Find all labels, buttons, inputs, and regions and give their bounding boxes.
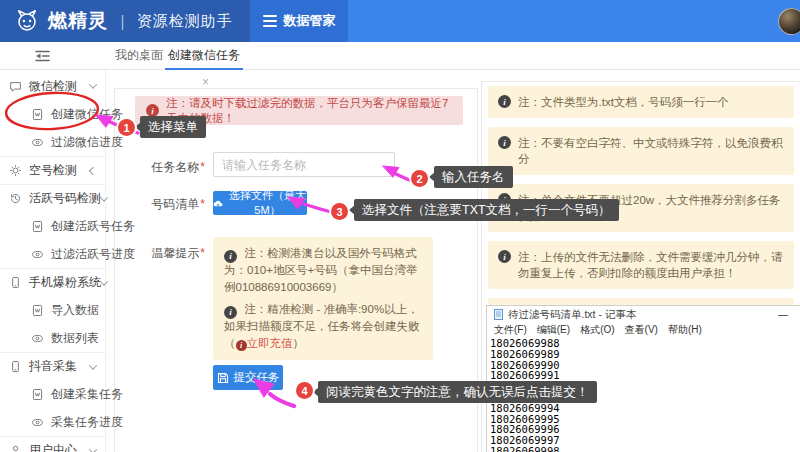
choose-file-button[interactable]: 选择文件（最大5M） [213,191,307,215]
tab-label: 我的桌面 [115,48,163,62]
minimize-icon[interactable]: — [778,309,788,320]
alert-text: 注：请及时下载过滤完的数据，平台只为客户保留最近7天内的数据！ [166,96,452,126]
sidebar-item-active-number-check[interactable]: 活跃号码检测 [0,184,105,212]
required-asterisk: * [200,197,205,211]
app-subtitle: 资源检测助手 [137,12,233,31]
phone-icon [9,360,22,373]
chevron-down-icon [100,277,108,285]
sidebar-item-create-wechat-task[interactable]: 创建微信任务 [0,100,105,128]
step-badge-2: 2 [411,170,428,187]
required-asterisk: * [200,246,205,260]
eye-icon [31,332,44,345]
menu-file[interactable]: 文件(F) [494,323,527,336]
menu-icon [263,12,277,30]
step-badge-4: 4 [296,382,313,399]
brand-name: 燃精灵 [48,8,108,34]
chat-icon [9,80,22,93]
phone-icon [9,276,22,289]
menu-view[interactable]: 查看(V) [625,323,658,336]
task-name-label: 任务名称* [115,159,205,176]
info-icon: i [224,250,237,263]
sidebar-item-wechat-filter-progress[interactable]: 过滤微信进度 [0,128,105,156]
gear-icon [9,164,22,177]
chevron-down-icon [100,193,108,201]
notepad-icon [494,309,503,320]
tab-close-icon[interactable]: × [202,75,209,89]
app-window: 燃精灵 ｜ 资源检测助手 数据管家 我的桌面 创建微信任务× [0,0,800,452]
sidebar-nav: 微信检测 创建微信任务 过滤微信进度 空号检测 活跃号码检测 创建活跃号任务 过… [0,70,106,452]
menu-format[interactable]: 格式(O) [580,323,614,336]
phone-number: 18026069989 [490,349,800,360]
sidebar-item-create-collect-task[interactable]: 创建采集任务 [0,380,105,408]
note-file-type: i 注：文件类型为.txt文档，号码须一行一个 [488,86,794,118]
chevron-down-icon [89,445,97,452]
tip-text: 注：检测港澳台以及国外号码格式为：010+地区号+号码（拿中国台湾举例01088… [224,247,418,293]
note-no-delete: i 注：上传的文件无法删除，文件需要缓冲几分钟，请勿重复上传，否则扣除的额度由用… [488,241,794,289]
brand-divider: ｜ [115,12,130,31]
phone-number: 18026069994 [490,403,800,414]
top-header: 燃精灵 ｜ 资源检测助手 数据管家 [0,0,800,42]
note-text: 注：不要有空白字符、中文或特殊字符，以免浪费积分 [518,135,784,167]
task-name-input[interactable] [213,152,395,177]
chevron-down-icon [89,80,97,88]
notepad-menubar: 文件(F) 编辑(E) 格式(O) 查看(V) 帮助(H) [487,323,800,336]
note-no-special-chars: i 注：不要有空白字符、中文或特殊字符，以免浪费积分 [488,127,794,175]
info-icon: i [498,136,511,149]
sidebar-item-phone-fans-system[interactable]: 手机爆粉系统 [0,268,105,296]
history-icon [9,192,22,205]
submit-label: 提交任务 [234,370,280,385]
save-icon [217,372,229,384]
step-tooltip-4: 阅读完黄色文字的注意，确认无误后点击提交！ [318,381,597,403]
info-icon: i [498,250,511,263]
notepad-titlebar: 待过滤号码清单.txt - 记事本 — □ [487,306,800,323]
choose-file-label: 选择文件（最大5M） [228,188,307,218]
sidebar-collapse-icon[interactable] [34,49,51,63]
phone-list-label: 号码清单* [115,196,205,213]
note-text: 注：上传的文件无法删除，文件需要缓冲几分钟，请勿重复上传，否则扣除的额度由用户承… [518,249,784,281]
data-manager-button[interactable]: 数据管家 [250,0,348,42]
tab-label: 创建微信任务 [168,48,240,62]
document-icon [31,388,44,401]
note-text: 注：文件类型为.txt文档，号码须一行一个 [518,94,729,110]
eye-icon [31,136,44,149]
upload-cloud-icon [213,198,223,209]
submit-task-button[interactable]: 提交任务 [213,365,283,390]
tab-my-desktop[interactable]: 我的桌面 [115,42,163,70]
step-tooltip-1: 选择菜单 [140,116,206,138]
sidebar-item-data-list[interactable]: 数据列表 [0,324,105,352]
document-icon [31,108,44,121]
tip-text: ） [293,337,305,349]
step-tooltip-3: 选择文件（注意要TXT文档，一行一个号码） [354,199,619,221]
menu-help[interactable]: 帮助(H) [668,323,702,336]
eye-icon [31,416,44,429]
recharge-link[interactable]: 立即充值 [247,337,293,349]
tab-create-wechat-task[interactable]: 创建微信任务× [165,42,243,70]
sidebar-item-active-filter-progress[interactable]: 过滤活跃号进度 [0,240,105,268]
info-icon: i [224,306,237,319]
notepad-title: 待过滤号码清单.txt - 记事本 [508,308,636,322]
sidebar-item-user-center[interactable]: 用户中心 [0,436,105,452]
document-icon [31,304,44,317]
info-icon: i [236,340,247,351]
tip-accuracy-note: i 注：精准检测 - 准确率:90%以上，如果扫描额度不足，任务将会创建失败（i… [213,293,433,360]
chevron-down-icon [89,361,97,369]
mascot-logo-icon [14,8,40,34]
info-icon: i [498,95,511,108]
brand-block: 燃精灵 ｜ 资源检测助手 [0,0,250,42]
sidebar-item-collect-task-progress[interactable]: 采集任务进度 [0,408,105,436]
user-avatar[interactable] [778,8,800,35]
sidebar-item-empty-number-check[interactable]: 空号检测 [0,156,105,184]
tab-bar: 我的桌面 创建微信任务× [0,42,800,70]
notepad-example-window: 待过滤号码清单.txt - 记事本 — □ 文件(F) 编辑(E) 格式(O) … [486,305,800,452]
menu-edit[interactable]: 编辑(E) [537,323,570,336]
sidebar-item-wechat-check[interactable]: 微信检测 [0,72,105,100]
phone-number: 18026069998 [490,446,800,452]
required-asterisk: * [200,160,205,174]
step-badge-1: 1 [118,119,135,136]
user-icon [9,444,22,452]
sidebar-item-create-active-task[interactable]: 创建活跃号任务 [0,212,105,240]
sidebar-item-import-data[interactable]: 导入数据 [0,296,105,324]
step-badge-3: 3 [331,203,348,220]
sidebar-item-douyin-collect[interactable]: 抖音采集 [0,352,105,380]
document-icon [31,220,44,233]
